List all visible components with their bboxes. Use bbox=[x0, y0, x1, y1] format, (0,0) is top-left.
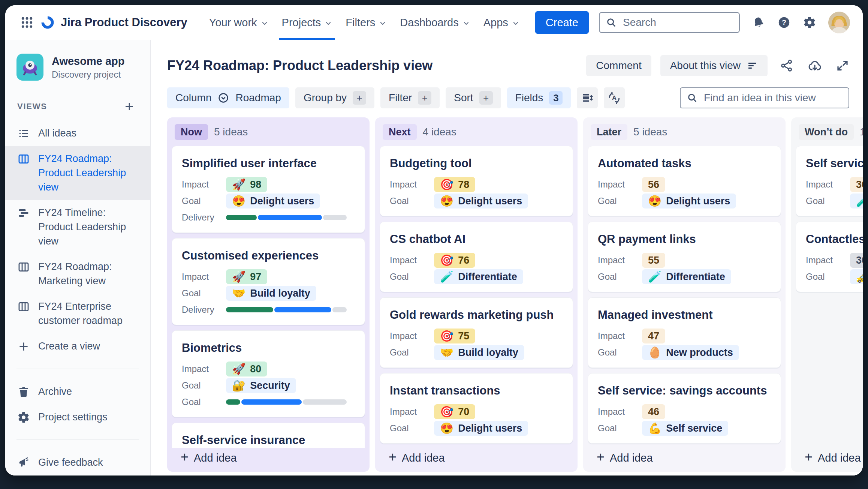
card-density-icon[interactable] bbox=[577, 87, 598, 108]
progress-segment-green bbox=[226, 399, 240, 405]
add-view-icon[interactable] bbox=[121, 100, 138, 113]
group-by-button[interactable]: Group by + bbox=[295, 87, 374, 108]
add-idea-button[interactable]: + Add idea bbox=[178, 452, 239, 465]
idea-title: Managed investment bbox=[598, 308, 771, 322]
find-idea-input[interactable] bbox=[703, 92, 843, 104]
idea-card[interactable]: Biometrics Impact🚀80Goal🔐SecurityGoal bbox=[172, 330, 365, 417]
nav-item-filters[interactable]: Filters bbox=[339, 5, 393, 40]
idea-card[interactable]: Self service: Impact36Goal🧪 bbox=[796, 146, 863, 216]
plus-icon: + bbox=[418, 91, 431, 105]
primary-nav: Your work Projects Filters Dashboards Ap… bbox=[202, 5, 526, 40]
sidebar-item-project-settings[interactable]: Project settings bbox=[5, 404, 150, 430]
nav-item-your-work[interactable]: Your work bbox=[202, 5, 275, 40]
find-idea-box[interactable] bbox=[680, 87, 849, 108]
impact-emoji-icon: 🚀 bbox=[232, 364, 245, 375]
column-now: Now 5 ideas Simplified user interface Im… bbox=[167, 117, 370, 472]
delivery-progress-bar bbox=[226, 399, 347, 405]
idea-card[interactable]: Gold rewards marketing push Impact🎯75Goa… bbox=[380, 297, 573, 368]
share-icon[interactable] bbox=[780, 58, 794, 73]
search-input[interactable] bbox=[622, 16, 733, 29]
column-selector-button[interactable]: Column Roadmap bbox=[167, 87, 289, 108]
idea-card[interactable]: Simplified user interface Impact🚀98Goal😍… bbox=[172, 146, 365, 233]
plus-icon bbox=[17, 340, 30, 353]
fields-label: Fields bbox=[515, 92, 543, 104]
impact-badge: 55 bbox=[642, 253, 665, 268]
nav-item-apps[interactable]: Apps bbox=[477, 5, 526, 40]
card-field-row: Impact56 bbox=[598, 176, 771, 193]
idea-card[interactable]: Contactless Impact30Goal🚕 bbox=[796, 222, 863, 292]
column-idea-count: 1 idea bbox=[860, 126, 863, 138]
idea-fields: Impact55Goal🧪Differentiate bbox=[598, 252, 771, 285]
idea-card[interactable]: Instant transactions Impact🎯70Goal😍Delig… bbox=[380, 373, 573, 444]
card-field-row: Goal😍Delight users bbox=[390, 420, 563, 436]
field-label: Impact bbox=[390, 255, 434, 266]
card-field-row: Impact46 bbox=[598, 404, 771, 420]
card-field-row: Impact30 bbox=[806, 252, 863, 268]
add-idea-button[interactable]: + Add idea bbox=[802, 452, 863, 465]
user-avatar[interactable] bbox=[828, 12, 850, 33]
card-field-row: Goal😍Delight users bbox=[390, 193, 563, 209]
idea-fields: Impact🎯76Goal🧪Differentiate bbox=[390, 252, 563, 285]
fullscreen-icon[interactable] bbox=[836, 59, 849, 72]
idea-card[interactable]: QR payment links Impact55Goal🧪Differenti… bbox=[588, 222, 781, 292]
create-button[interactable]: Create bbox=[535, 11, 589, 34]
app-switcher-icon[interactable] bbox=[17, 14, 34, 31]
nav-item-projects[interactable]: Projects bbox=[275, 5, 339, 40]
sidebar-item-fy24-timeline-product-leadership-view[interactable]: FY24 Timeline: Product Leadership view bbox=[5, 200, 150, 254]
sidebar-item-fy24-roadmap-marketing-view[interactable]: FY24 Roadmap: Marketing view bbox=[5, 254, 150, 294]
idea-fields: Impact🚀98Goal😍Delight usersDelivery bbox=[182, 176, 355, 226]
give-feedback-button[interactable]: Give feedback bbox=[5, 450, 150, 475]
comment-button[interactable]: Comment bbox=[586, 55, 651, 76]
column-footer: + Add idea bbox=[791, 448, 863, 472]
gear-icon bbox=[17, 411, 30, 424]
column-status-badge: Won’t do bbox=[799, 124, 854, 140]
goal-value: Delight users bbox=[458, 423, 522, 434]
nav-item-dashboards[interactable]: Dashboards bbox=[393, 5, 476, 40]
nav-icons: ? bbox=[752, 12, 850, 33]
column-cards: Automated tasks Impact56Goal😍Delight use… bbox=[583, 144, 786, 448]
help-icon[interactable]: ? bbox=[777, 16, 791, 29]
global-search[interactable] bbox=[599, 12, 740, 33]
idea-card[interactable]: Customised experiences Impact🚀97Goal🤝Bui… bbox=[172, 238, 365, 325]
add-idea-button[interactable]: + Add idea bbox=[386, 452, 447, 465]
export-cloud-icon[interactable] bbox=[807, 58, 822, 73]
column-later: Later 5 ideas Automated tasks Impact56Go… bbox=[583, 117, 786, 472]
filter-button[interactable]: Filter + bbox=[380, 87, 440, 108]
goal-value: Self service bbox=[666, 423, 722, 434]
card-field-row: Impact47 bbox=[598, 328, 771, 344]
notifications-icon[interactable] bbox=[752, 16, 765, 29]
idea-fields: Impact🎯70Goal😍Delight users bbox=[390, 404, 563, 436]
column-footer: + Add idea bbox=[583, 448, 786, 472]
field-label: Impact bbox=[390, 331, 434, 341]
sidebar-item-all-ideas[interactable]: All ideas bbox=[5, 120, 150, 146]
idea-card[interactable]: Managed investment Impact47Goal🥚New prod… bbox=[588, 297, 781, 368]
about-this-view-button[interactable]: About this view bbox=[660, 55, 768, 76]
svg-text:A: A bbox=[612, 94, 617, 102]
idea-card[interactable]: Self service: savings accounts Impact46G… bbox=[588, 373, 781, 444]
settings-gear-icon[interactable] bbox=[803, 16, 816, 29]
goal-emoji-icon: 🧪 bbox=[648, 272, 661, 282]
sort-button[interactable]: Sort + bbox=[446, 87, 501, 108]
project-type: Discovery project bbox=[52, 69, 124, 80]
goal-value: Security bbox=[250, 380, 290, 392]
nav-item-label: Dashboards bbox=[400, 16, 458, 29]
fields-button[interactable]: Fields 3 bbox=[507, 87, 571, 108]
idea-card[interactable]: Self-service insurance Impact🚀80Goal💪Sel… bbox=[172, 423, 365, 448]
translate-icon[interactable]: A bbox=[604, 87, 625, 108]
sidebar-item-create-a-view[interactable]: Create a view bbox=[5, 333, 150, 359]
idea-card[interactable]: CS chatbot AI Impact🎯76Goal🧪Differentiat… bbox=[380, 222, 573, 292]
impact-value: 55 bbox=[648, 255, 659, 266]
impact-emoji-icon: 🚀 bbox=[232, 272, 245, 282]
views-header: VIEWS bbox=[5, 100, 150, 113]
project-header[interactable]: Awesome app Discovery project bbox=[5, 54, 150, 81]
idea-card[interactable]: Automated tasks Impact56Goal😍Delight use… bbox=[588, 146, 781, 216]
goal-value: Build loyalty bbox=[458, 347, 518, 358]
card-field-row: Impact🎯70 bbox=[390, 404, 563, 420]
idea-card[interactable]: Budgeting tool Impact🎯78Goal😍Delight use… bbox=[380, 146, 573, 216]
sidebar-item-archive[interactable]: Archive bbox=[5, 379, 150, 404]
idea-title: Gold rewards marketing push bbox=[390, 308, 563, 322]
idea-title: QR payment links bbox=[598, 232, 771, 246]
sidebar-item-fy24-roadmap-product-leadership-view[interactable]: FY24 Roadmap: Product Leadership view bbox=[5, 146, 150, 200]
add-idea-button[interactable]: + Add idea bbox=[594, 452, 655, 465]
sidebar-item-fy24-enterprise-customer-roadmap[interactable]: FY24 Enterprise customer roadmap bbox=[5, 294, 150, 333]
